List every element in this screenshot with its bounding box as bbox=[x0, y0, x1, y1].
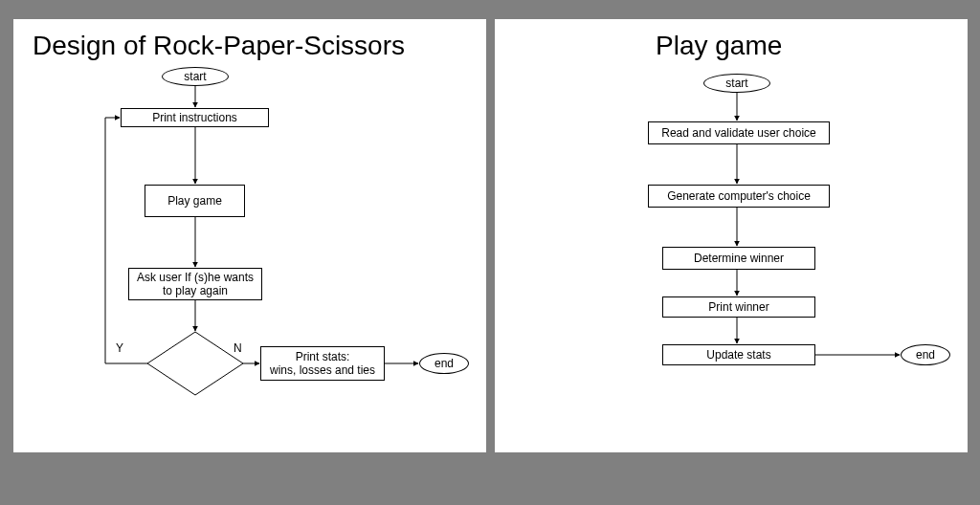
print-winner-box: Print winner bbox=[662, 296, 815, 318]
r-end-label: end bbox=[916, 348, 935, 362]
gen-computer-box: Generate computer's choice bbox=[648, 185, 830, 208]
decision-label: Play again? bbox=[167, 357, 229, 370]
print-instructions-label: Print instructions bbox=[152, 111, 237, 124]
read-validate-box: Read and validate user choice bbox=[648, 121, 830, 144]
read-validate-label: Read and validate user choice bbox=[661, 126, 815, 140]
r-start-node: start bbox=[703, 74, 770, 93]
gen-computer-label: Generate computer's choice bbox=[667, 189, 811, 203]
left-title: Design of Rock-Paper-Scissors bbox=[33, 31, 405, 61]
left-arrows bbox=[13, 19, 486, 452]
no-label: N bbox=[234, 341, 242, 355]
start-node: start bbox=[162, 67, 229, 86]
update-stats-box: Update stats bbox=[662, 344, 815, 365]
yes-label: Y bbox=[116, 341, 123, 355]
print-stats-box: Print stats: wins, losses and ties bbox=[260, 346, 385, 381]
play-game-box: Play game bbox=[145, 185, 245, 217]
print-instructions-box: Print instructions bbox=[121, 108, 269, 127]
r-end-node: end bbox=[901, 344, 950, 365]
right-title: Play game bbox=[656, 31, 782, 61]
determine-label: Determine winner bbox=[694, 252, 784, 265]
print-stats-label: Print stats: wins, losses and ties bbox=[270, 350, 375, 378]
start-label: start bbox=[184, 70, 206, 83]
right-panel: Play game start Read and validate user c… bbox=[495, 19, 968, 452]
end-node: end bbox=[419, 353, 469, 374]
left-panel: Design of Rock-Paper-Scissors start Prin… bbox=[13, 19, 486, 452]
r-start-label: start bbox=[725, 77, 747, 90]
update-stats-label: Update stats bbox=[706, 348, 770, 362]
end-label: end bbox=[434, 357, 454, 370]
ask-again-box: Ask user If (s)he wants to play again bbox=[128, 268, 262, 300]
ask-again-label: Ask user If (s)he wants to play again bbox=[133, 271, 257, 298]
determine-box: Determine winner bbox=[662, 247, 815, 270]
print-winner-label: Print winner bbox=[708, 300, 768, 314]
play-game-label: Play game bbox=[167, 194, 222, 208]
